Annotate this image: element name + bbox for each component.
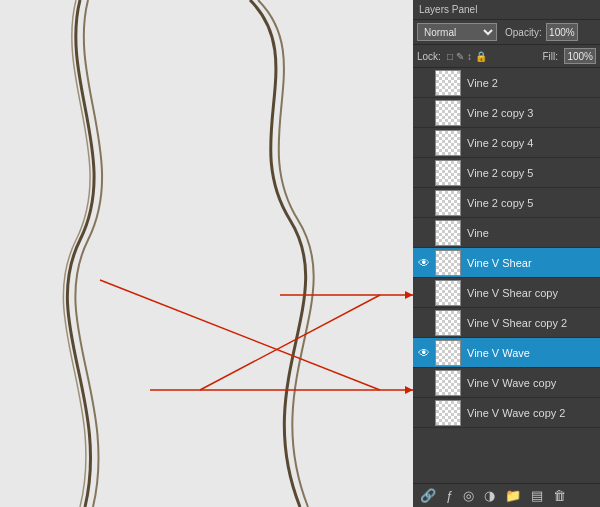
layer-name-label: Vine 2 copy 3 (463, 107, 598, 119)
new-layer-icon[interactable]: ▤ (528, 486, 546, 505)
layer-visibility-icon[interactable] (415, 278, 433, 308)
layer-row[interactable]: Vine V Shear copy (413, 278, 600, 308)
layer-row[interactable]: Vine 2 copy 5 (413, 188, 600, 218)
lock-row: Lock: □ ✎ ↕ 🔒 Fill: 100% (413, 45, 600, 68)
layer-name-label: Vine V Shear (463, 257, 598, 269)
layer-visibility-icon[interactable] (415, 368, 433, 398)
layer-row[interactable]: Vine 2 (413, 68, 600, 98)
layer-thumbnail (435, 70, 461, 96)
layer-name-label: Vine 2 copy 5 (463, 167, 598, 179)
fill-label: Fill: (542, 51, 558, 62)
layers-toolbar: 🔗 ƒ ◎ ◑ 📁 ▤ 🗑 (413, 483, 600, 507)
layer-row[interactable]: 👁Vine V Shear (413, 248, 600, 278)
svg-marker-1 (405, 291, 413, 299)
layer-thumbnail (435, 400, 461, 426)
layer-thumbnail (435, 310, 461, 336)
fill-value[interactable]: 100% (564, 48, 596, 64)
layer-visibility-icon[interactable] (415, 68, 433, 98)
lock-all-icon[interactable]: 🔒 (475, 51, 487, 62)
layer-thumbnail (435, 220, 461, 246)
opacity-value[interactable]: 100% (546, 23, 578, 41)
layer-name-label: Vine V Wave copy 2 (463, 407, 598, 419)
panel-title: Layers Panel (419, 4, 594, 15)
add-style-icon[interactable]: ƒ (443, 486, 456, 505)
layer-row[interactable]: Vine V Wave copy (413, 368, 600, 398)
delete-layer-icon[interactable]: 🗑 (550, 486, 569, 505)
layer-thumbnail (435, 160, 461, 186)
layers-list[interactable]: Vine 2Vine 2 copy 3Vine 2 copy 4Vine 2 c… (413, 68, 600, 483)
opacity-label: Opacity: (505, 27, 542, 38)
layer-name-label: Vine (463, 227, 598, 239)
layer-row[interactable]: Vine V Shear copy 2 (413, 308, 600, 338)
vine-canvas (0, 0, 413, 507)
layer-row[interactable]: Vine V Wave copy 2 (413, 398, 600, 428)
layer-visibility-icon[interactable] (415, 398, 433, 428)
layer-visibility-icon[interactable]: 👁 (415, 248, 433, 278)
layer-visibility-icon[interactable] (415, 128, 433, 158)
layer-thumbnail (435, 340, 461, 366)
layer-name-label: Vine 2 copy 5 (463, 197, 598, 209)
layer-thumbnail (435, 250, 461, 276)
lock-icons: □ ✎ ↕ 🔒 (447, 51, 537, 62)
layer-thumbnail (435, 190, 461, 216)
canvas-area (0, 0, 413, 507)
layer-visibility-icon[interactable]: 👁 (415, 338, 433, 368)
blend-mode-select[interactable]: Normal Multiply Screen Overlay (417, 23, 497, 41)
layer-name-label: Vine V Shear copy 2 (463, 317, 598, 329)
link-icon[interactable]: 🔗 (417, 486, 439, 505)
layer-row[interactable]: Vine (413, 218, 600, 248)
layer-thumbnail (435, 280, 461, 306)
layer-visibility-icon[interactable] (415, 98, 433, 128)
panels-area: Layers Panel Normal Multiply Screen Over… (413, 0, 600, 507)
layer-row[interactable]: 👁Vine V Wave (413, 338, 600, 368)
layer-name-label: Vine V Wave copy (463, 377, 598, 389)
svg-marker-3 (405, 386, 413, 394)
mask-icon[interactable]: ◎ (460, 486, 477, 505)
lock-transparency-icon[interactable]: □ (447, 51, 453, 62)
layer-thumbnail (435, 100, 461, 126)
folder-icon[interactable]: 📁 (502, 486, 524, 505)
layer-name-label: Vine V Wave (463, 347, 598, 359)
layer-name-label: Vine 2 (463, 77, 598, 89)
blend-row: Normal Multiply Screen Overlay Opacity: … (413, 20, 600, 45)
layer-row[interactable]: Vine 2 copy 4 (413, 128, 600, 158)
lock-pixels-icon[interactable]: ✎ (456, 51, 464, 62)
layer-visibility-icon[interactable] (415, 188, 433, 218)
lock-position-icon[interactable]: ↕ (467, 51, 472, 62)
layer-row[interactable]: Vine 2 copy 5 (413, 158, 600, 188)
svg-line-4 (100, 280, 380, 390)
adjustment-icon[interactable]: ◑ (481, 486, 498, 505)
layer-visibility-icon[interactable] (415, 218, 433, 248)
layer-thumbnail (435, 370, 461, 396)
layer-thumbnail (435, 130, 461, 156)
layer-visibility-icon[interactable] (415, 308, 433, 338)
lock-label: Lock: (417, 51, 441, 62)
layer-name-label: Vine V Shear copy (463, 287, 598, 299)
layer-row[interactable]: Vine 2 copy 3 (413, 98, 600, 128)
title-bar: Layers Panel (413, 0, 600, 20)
layer-name-label: Vine 2 copy 4 (463, 137, 598, 149)
layer-visibility-icon[interactable] (415, 158, 433, 188)
